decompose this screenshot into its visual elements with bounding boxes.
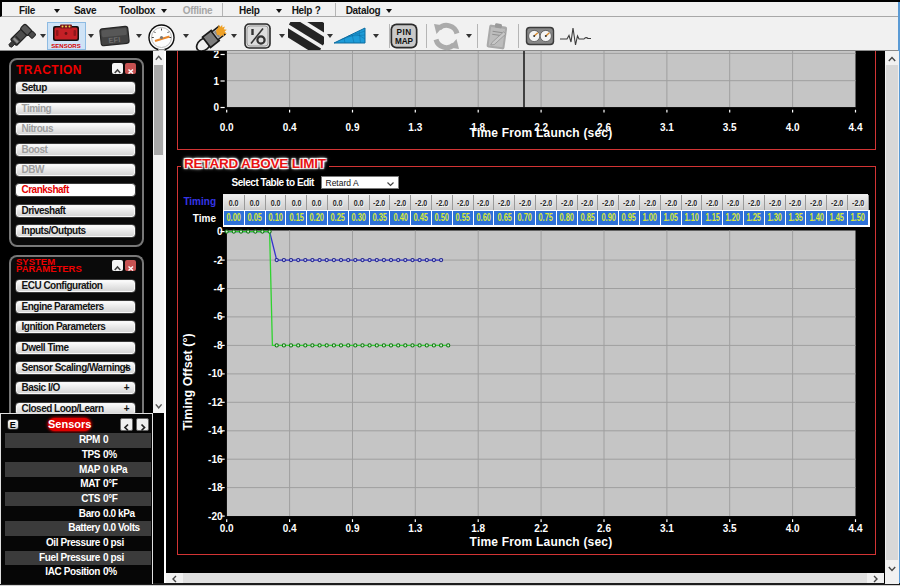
svg-text:-12: -12	[208, 397, 223, 408]
svg-text:4.4: 4.4	[849, 122, 863, 133]
svg-text:-6: -6	[214, 311, 223, 322]
svg-text:Time From Launch (sec): Time From Launch (sec)	[470, 126, 613, 140]
svg-text:-4: -4	[214, 283, 223, 294]
svg-text:Timing Offset (°): Timing Offset (°)	[181, 333, 195, 430]
svg-text:-20: -20	[208, 511, 223, 522]
svg-text:MAP: MAP	[395, 37, 414, 46]
svg-text:0.9: 0.9	[346, 122, 360, 133]
svg-text:EFI: EFI	[108, 35, 121, 45]
svg-text:1: 1	[213, 76, 219, 87]
svg-text:1.3: 1.3	[408, 122, 422, 133]
svg-text:3.1: 3.1	[660, 122, 674, 133]
svg-text:0.4: 0.4	[283, 523, 297, 534]
svg-text:-18: -18	[208, 482, 223, 493]
svg-text:0.9: 0.9	[346, 523, 360, 534]
svg-text:0.0: 0.0	[220, 122, 234, 133]
svg-text:Time From Launch (sec): Time From Launch (sec)	[470, 535, 613, 549]
svg-text:3.5: 3.5	[723, 523, 737, 534]
svg-text:0.4: 0.4	[283, 122, 297, 133]
svg-text:-2: -2	[214, 255, 223, 266]
svg-text:3.1: 3.1	[660, 523, 674, 534]
svg-text:-16: -16	[208, 454, 223, 465]
svg-text:4.0: 4.0	[786, 523, 800, 534]
svg-text:2: 2	[213, 51, 219, 60]
svg-text:2.6: 2.6	[597, 523, 611, 534]
svg-text:4.4: 4.4	[849, 523, 863, 534]
svg-text:SENSORS: SENSORS	[51, 43, 80, 49]
svg-text:-14: -14	[208, 425, 223, 436]
svg-text:2.2: 2.2	[534, 523, 548, 534]
svg-text:0: 0	[213, 102, 219, 113]
svg-text:-8: -8	[214, 340, 223, 351]
svg-text:0: 0	[217, 227, 223, 237]
svg-text:PIN: PIN	[396, 28, 411, 37]
svg-text:-10: -10	[208, 368, 223, 379]
svg-text:0.0: 0.0	[220, 523, 234, 534]
svg-text:1.3: 1.3	[408, 523, 422, 534]
svg-text:1.8: 1.8	[471, 523, 485, 534]
svg-text:4.0: 4.0	[786, 122, 800, 133]
svg-text:3.5: 3.5	[723, 122, 737, 133]
